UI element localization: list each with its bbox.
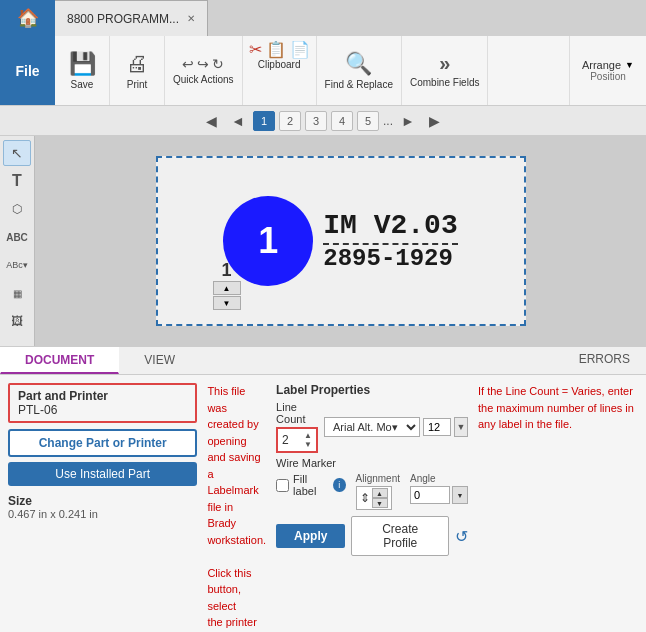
font-size-input[interactable]: [423, 418, 451, 436]
counter-value: 1: [221, 260, 231, 281]
document-tab[interactable]: 8800 PROGRAMM... ✕: [55, 0, 208, 36]
line-count-row: Line Count 2 ▲ ▼ Arial Alt. Mo▾ ▼: [276, 401, 468, 453]
wire-marker-label: Wire Marker: [276, 457, 336, 469]
use-installed-part-button[interactable]: Use Installed Part: [8, 462, 197, 486]
image-tool[interactable]: 🖼: [3, 308, 31, 334]
tab-document-label: DOCUMENT: [25, 353, 94, 367]
info-line6: the printer and the label: [207, 616, 257, 632]
info-line2: and saving a Labelmark file in: [207, 451, 260, 513]
info-line3: Brady workstation.: [207, 517, 266, 546]
label-canvas: 1 IM V2.03 2895-1929 1 ▲ ▼: [156, 156, 526, 326]
alignment-up-btn[interactable]: ▲: [372, 488, 388, 498]
refresh-button[interactable]: ↺: [455, 527, 468, 546]
abc-tool[interactable]: ABC: [3, 224, 31, 250]
angle-dropdown[interactable]: ▼: [452, 486, 468, 504]
line-count-group: Line Count 2 ▲ ▼: [276, 401, 318, 453]
counter-down-btn[interactable]: ▼: [213, 296, 241, 310]
angle-label: Angle: [410, 473, 468, 484]
page-4-btn[interactable]: 4: [331, 111, 353, 131]
alignment-down-btn[interactable]: ▼: [372, 498, 388, 508]
angle-input[interactable]: [410, 486, 450, 504]
quick-actions-label: Quick Actions: [173, 74, 234, 86]
arrange-position-button[interactable]: Arrange ▼ Position: [569, 36, 646, 105]
quick-actions-icon1: ↩: [182, 56, 194, 72]
line-count-down[interactable]: ▼: [304, 440, 312, 449]
counter-arrows: ▲ ▼: [213, 281, 241, 310]
clipboard-button[interactable]: ✂ 📋 📄 Clipboard: [243, 36, 317, 105]
page-next-btn[interactable]: ►: [397, 111, 419, 131]
line-count-stepper: ▲ ▼: [304, 431, 312, 449]
tab-errors-label: ERRORS: [579, 352, 630, 366]
fill-label-checkbox[interactable]: [276, 479, 289, 492]
page-2-btn[interactable]: 2: [279, 111, 301, 131]
page-prev-btn[interactable]: ◄: [227, 111, 249, 131]
font-controls: Arial Alt. Mo▾ ▼: [324, 417, 468, 437]
file-menu[interactable]: File: [0, 36, 55, 105]
circle-number: 1: [258, 220, 278, 262]
part-printer-box: Part and Printer PTL-06: [8, 383, 197, 423]
size-value: 0.467 in x 0.241 in: [8, 508, 197, 520]
arrange-dropdown-icon: ▼: [625, 60, 634, 70]
alignment-input-group: ⇕ ▲ ▼: [356, 486, 392, 510]
page-5-btn[interactable]: 5: [357, 111, 379, 131]
home-icon: 🏠: [17, 7, 39, 29]
page-last-btn[interactable]: ▶: [423, 111, 445, 131]
text-block: IM V2.03 2895-1929: [323, 210, 457, 272]
quick-actions-icon2: ↪: [197, 56, 209, 72]
line-count-up[interactable]: ▲: [304, 431, 312, 440]
abc2-tool[interactable]: ABc▾: [3, 252, 31, 278]
change-part-printer-button[interactable]: Change Part or Printer: [8, 429, 197, 457]
part-printer-title: Part and Printer: [18, 389, 187, 403]
font-size-dropdown[interactable]: ▼: [454, 417, 468, 437]
position-label: Position: [590, 71, 626, 82]
draw-tool[interactable]: ⬡: [3, 196, 31, 222]
apply-button[interactable]: Apply: [276, 524, 345, 548]
counter-up-btn[interactable]: ▲: [213, 281, 241, 295]
print-icon: 🖨: [126, 51, 148, 77]
tab-view[interactable]: VIEW: [119, 347, 200, 374]
tab-document[interactable]: DOCUMENT: [0, 347, 119, 374]
label-content: 1 IM V2.03 2895-1929: [223, 196, 457, 286]
page-1-btn[interactable]: 1: [253, 111, 275, 131]
bottom-panel: DOCUMENT VIEW ERRORS Part and Printer PT…: [0, 346, 646, 632]
size-label: Size: [8, 494, 197, 508]
font-select[interactable]: Arial Alt. Mo▾: [324, 417, 420, 437]
combine-icon: »: [439, 52, 450, 75]
fill-info-icon[interactable]: i: [333, 478, 345, 492]
combine-fields-label: Combine Fields: [410, 77, 479, 89]
print-label: Print: [127, 79, 148, 91]
scissors-icon: ✂: [249, 40, 262, 59]
file-label: File: [15, 63, 39, 79]
wire-marker-row: Wire Marker: [276, 457, 468, 469]
save-label: Save: [71, 79, 94, 91]
find-replace-button[interactable]: 🔍 Find & Replace: [317, 36, 402, 105]
alignment-group: Alignment ⇕ ▲ ▼: [356, 473, 400, 510]
arrange-label: Arrange: [582, 59, 621, 71]
info-line1: This file was created by opening: [207, 385, 258, 447]
part-printer-value: PTL-06: [18, 403, 187, 417]
home-tab[interactable]: 🏠: [0, 0, 55, 36]
page-3-btn[interactable]: 3: [305, 111, 327, 131]
barcode-tool[interactable]: ▦: [3, 280, 31, 306]
action-buttons: Apply Create Profile ↺: [276, 516, 468, 556]
create-profile-button[interactable]: Create Profile: [351, 516, 449, 556]
find-replace-icon: 🔍: [345, 51, 372, 77]
angle-controls: ▼: [410, 486, 468, 504]
save-button[interactable]: 💾 Save: [55, 36, 110, 105]
paste-icon: 📄: [290, 40, 310, 59]
page-first-btn[interactable]: ◀: [201, 111, 223, 131]
print-button[interactable]: 🖨 Print: [110, 36, 165, 105]
fill-label-group[interactable]: Fill label i: [276, 473, 345, 497]
angle-group: Angle ▼: [410, 473, 468, 504]
select-tool[interactable]: ↖: [3, 140, 31, 166]
tab-errors[interactable]: ERRORS: [563, 347, 646, 374]
document-tab-label: 8800 PROGRAMM...: [67, 12, 179, 26]
quick-actions-button[interactable]: ↩ ↪ ↻ Quick Actions: [165, 36, 243, 105]
counter-block: 1 ▲ ▼: [213, 260, 241, 310]
combine-fields-button[interactable]: » Combine Fields: [402, 36, 488, 105]
side-note: If the Line Count = Varies, enter the ma…: [478, 383, 638, 632]
text-tool[interactable]: T: [3, 168, 31, 194]
fill-label-text: Fill label: [293, 473, 329, 497]
close-icon[interactable]: ✕: [187, 13, 195, 24]
alignment-stepper: ▲ ▼: [372, 488, 388, 508]
